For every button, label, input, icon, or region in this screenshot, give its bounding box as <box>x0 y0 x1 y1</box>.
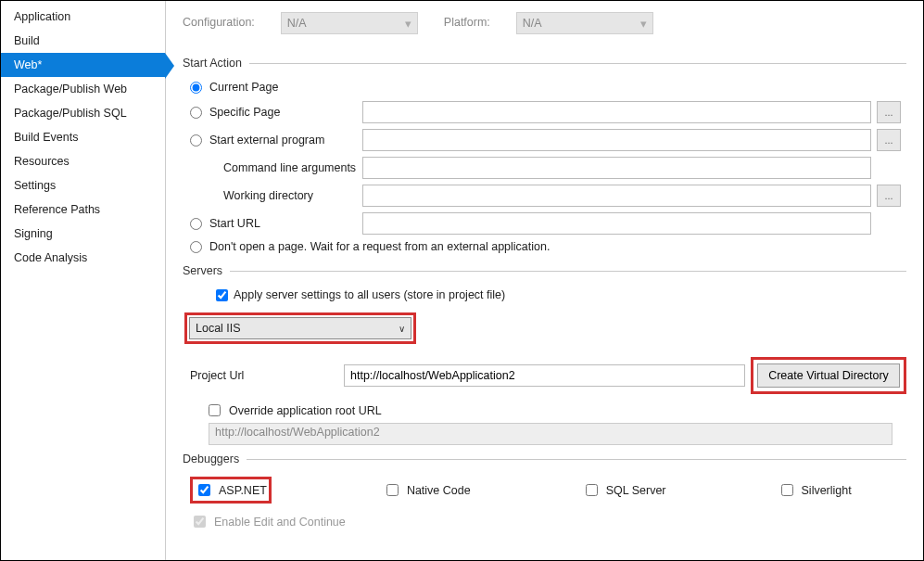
project-url-input[interactable] <box>344 364 745 387</box>
cli-args-input[interactable] <box>362 157 871 179</box>
sidebar-item-package-publish-sql[interactable]: Package/Publish SQL <box>1 101 165 125</box>
server-type-select[interactable]: Local IIS ∨ <box>189 317 411 339</box>
label-edit-and-continue: Enable Edit and Continue <box>214 516 346 529</box>
sidebar-item-build-events[interactable]: Build Events <box>1 125 165 149</box>
chevron-down-icon: ▾ <box>405 17 411 31</box>
highlight-create-vd: Create Virtual Directory <box>751 357 906 394</box>
start-url-input[interactable] <box>362 212 871 235</box>
create-virtual-directory-button[interactable]: Create Virtual Directory <box>757 363 900 388</box>
configuration-label: Configuration: <box>183 12 255 34</box>
radio-specific-page[interactable] <box>190 107 202 119</box>
sidebar-item-code-analysis[interactable]: Code Analysis <box>1 246 165 270</box>
platform-label: Platform: <box>444 12 490 34</box>
label-aspnet: ASP.NET <box>219 484 267 497</box>
working-dir-browse-button[interactable]: ... <box>877 185 901 207</box>
radio-dont-open[interactable] <box>190 241 202 253</box>
section-servers: Servers <box>183 264 906 277</box>
sidebar-item-resources[interactable]: Resources <box>1 149 165 173</box>
radio-start-url[interactable] <box>190 218 202 230</box>
specific-page-input[interactable] <box>362 101 871 123</box>
checkbox-override-root[interactable] <box>209 404 221 416</box>
chevron-down-icon: ∨ <box>399 324 405 334</box>
configuration-select: N/A▾ <box>281 12 418 34</box>
label-project-url: Project Url <box>190 369 338 382</box>
label-specific-page: Specific Page <box>209 106 280 119</box>
label-dont-open: Don't open a page. Wait for a request fr… <box>209 240 550 253</box>
label-start-external: Start external program <box>209 134 324 147</box>
working-dir-input[interactable] <box>362 185 871 207</box>
sidebar-item-reference-paths[interactable]: Reference Paths <box>1 198 165 222</box>
checkbox-sql-server[interactable] <box>586 484 598 496</box>
specific-page-browse-button[interactable]: ... <box>877 101 901 123</box>
section-debuggers: Debuggers <box>183 453 906 465</box>
radio-current-page[interactable] <box>190 82 202 94</box>
sidebar: Application Build Web* Package/Publish W… <box>1 1 166 560</box>
checkbox-native-code[interactable] <box>386 484 399 496</box>
highlight-server-select: Local IIS ∨ <box>184 312 416 344</box>
checkbox-apply-all-users[interactable] <box>216 289 228 301</box>
label-override-root: Override application root URL <box>229 404 382 417</box>
checkbox-edit-and-continue <box>194 516 206 528</box>
sidebar-item-signing[interactable]: Signing <box>1 222 165 246</box>
label-silverlight: Silverlight <box>802 484 852 497</box>
main-panel: Configuration: N/A▾ Platform: N/A▾ Start… <box>166 1 923 560</box>
highlight-aspnet: ASP.NET <box>190 477 272 504</box>
label-start-url: Start URL <box>209 217 260 230</box>
checkbox-aspnet[interactable] <box>198 484 210 496</box>
sidebar-item-application[interactable]: Application <box>1 5 165 29</box>
platform-select: N/A▾ <box>516 12 653 34</box>
sidebar-item-build[interactable]: Build <box>1 29 165 53</box>
radio-start-external[interactable] <box>190 134 202 147</box>
checkbox-silverlight[interactable] <box>781 484 793 496</box>
sidebar-item-settings[interactable]: Settings <box>1 173 165 198</box>
label-apply-all-users: Apply server settings to all users (stor… <box>234 288 505 301</box>
chevron-down-icon: ▾ <box>640 17 647 31</box>
sidebar-item-package-publish-web[interactable]: Package/Publish Web <box>1 77 165 101</box>
sidebar-item-web[interactable]: Web* <box>1 53 165 77</box>
external-program-browse-button[interactable]: ... <box>877 129 901 151</box>
label-cli-args: Command line arguments <box>183 161 357 174</box>
root-url-input-disabled: http://localhost/WebApplication2 <box>209 423 892 445</box>
label-native-code: Native Code <box>407 484 471 497</box>
label-current-page: Current Page <box>209 81 278 94</box>
label-working-dir: Working directory <box>183 189 357 202</box>
external-program-input[interactable] <box>362 129 871 151</box>
section-start-action: Start Action <box>183 57 906 70</box>
label-sql-server: SQL Server <box>606 484 666 497</box>
